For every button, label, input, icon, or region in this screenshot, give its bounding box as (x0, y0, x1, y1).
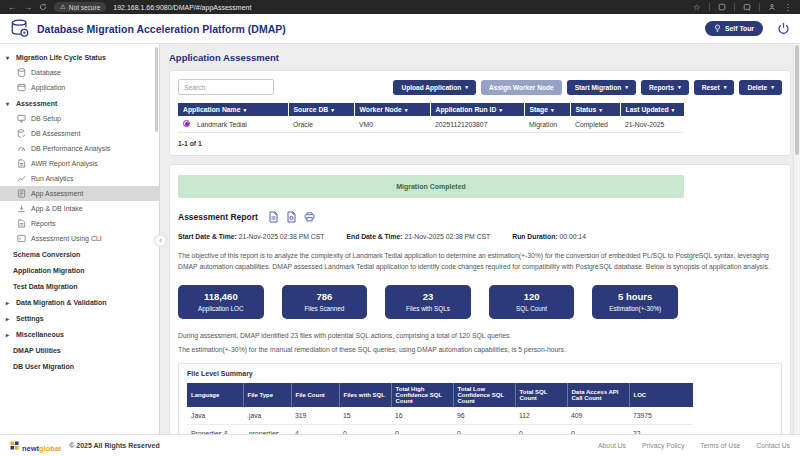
sidebar-section-miscellaneous[interactable]: ▸ Miscellaneous (0, 326, 159, 342)
sidebar-item-label: App & DB Intake (31, 205, 83, 212)
sidebar-item-app-assessment[interactable]: App Assessment (0, 186, 159, 201)
summary-row-java: Java .java 319 15 16 96 112 409 73975 (187, 407, 693, 425)
sidebar-section-application-migration[interactable]: Application Migration (0, 262, 159, 278)
sidebar-section-dmap-utilities[interactable]: DMAP Utilities (0, 342, 159, 358)
sidebar-item-awr-report-analysis[interactable]: AWR Report Analysis (0, 156, 159, 171)
logout-power-button[interactable] (777, 22, 790, 35)
sidebar-section-db-user-migration[interactable]: DB User Migration (0, 358, 159, 374)
column-source-db[interactable]: Source DB▾ (288, 103, 354, 116)
sidebar-item-db-assessment[interactable]: DB Assessment (0, 126, 159, 141)
end-datetime: End Date & Time: 21-Nov-2025 02:38 PM CS… (346, 233, 490, 240)
report-note-2: The estimation(+-30%) for the manual rem… (178, 346, 782, 353)
app-assessment-icon (17, 189, 26, 198)
sidebar-section-label: Miscellaneous (16, 331, 64, 338)
main-content: Application Assessment Upload Applicatio… (160, 44, 800, 434)
browser-menu-icon[interactable]: ⋮ (784, 3, 793, 12)
report-header: Assessment Report (178, 211, 782, 223)
dmap-logo-icon (10, 18, 30, 39)
start-migration-button[interactable]: Start Migration ▾ (567, 80, 636, 95)
sidebar-item-app-db-intake[interactable]: App & DB Intake (0, 201, 159, 216)
download-doc-icon[interactable] (286, 211, 297, 223)
delete-button[interactable]: Delete ▾ (739, 80, 782, 95)
bookmark-star-icon[interactable]: ☆ (693, 3, 701, 12)
chevron-down-icon: ▾ (6, 100, 12, 107)
run-times: Start Date & Time: 21-Nov-2025 02:38 PM … (178, 233, 782, 240)
cell-application-run-id: 20251121203807 (430, 116, 524, 133)
cell: 319 (291, 407, 339, 425)
reload-icon[interactable] (39, 3, 47, 11)
browser-window-icon[interactable] (718, 3, 726, 11)
sidebar-item-assessment-using-cli[interactable]: Assessment Using CLI (0, 231, 159, 246)
upload-application-button[interactable]: Upload Application ▾ (393, 80, 476, 95)
sidebar-item-label: DB Assessment (31, 130, 80, 137)
brand-name-newt: newt (22, 444, 39, 453)
column-application-run-id[interactable]: Application Run ID▾ (430, 103, 524, 116)
stat-value: 5 hours (594, 291, 676, 302)
table-row[interactable]: Landmark Tedial Oracle VM0 2025112120380… (178, 116, 684, 133)
back-icon[interactable]: ← (8, 3, 17, 12)
sidebar-section-label: Test Data Migration (13, 283, 77, 290)
app-title: Database Migration Acceleration Platform… (37, 23, 286, 35)
cell: 15 (339, 407, 391, 425)
browser-save-icon[interactable] (743, 3, 751, 11)
sort-chevron-icon: ▾ (405, 107, 408, 113)
warning-icon: ⚠ (60, 3, 66, 11)
cell: 0 (391, 425, 453, 434)
start-datetime-label: Start Date & Time: (178, 233, 237, 240)
self-tour-button[interactable]: Self Tour (705, 21, 763, 36)
sidebar-item-database[interactable]: Database (0, 65, 159, 80)
sidebar-scrollbar[interactable] (155, 47, 158, 132)
sidebar-section-data-migration-validation[interactable]: ▸ Data Migration & Validation (0, 294, 159, 310)
summary-row-properties: Properties & Config Files .properties 4 … (187, 425, 693, 434)
url-text[interactable]: 192.168.1.66:9080/DMAP/#/appAssessment (113, 4, 251, 11)
search-input[interactable] (178, 79, 274, 95)
sidebar-item-db-setup[interactable]: DB Setup (0, 111, 159, 126)
sidebar-section-migration-life-cycle-status[interactable]: ▾ Migration Life Cycle Status (0, 49, 159, 65)
footer-link-terms-of-use[interactable]: Terms of Use (700, 442, 740, 449)
start-datetime: Start Date & Time: 21-Nov-2025 02:38 PM … (178, 233, 324, 240)
column-application-name[interactable]: Application Name▾ (178, 103, 288, 116)
footer-link-contact-us[interactable]: Contact Us (756, 442, 790, 449)
column-stage[interactable]: Stage▾ (524, 103, 570, 116)
cell: 112 (515, 407, 567, 425)
file-level-summary-table: Language File Type File Count Files with… (187, 383, 693, 434)
column-loc: LOC (629, 383, 693, 407)
column-status[interactable]: Status▾ (570, 103, 620, 116)
sidebar-section-test-data-migration[interactable]: Test Data Migration (0, 278, 159, 294)
forward-icon[interactable]: → (24, 3, 33, 12)
sidebar-item-reports[interactable]: Reports (0, 216, 159, 231)
sidebar-item-application[interactable]: Application (0, 80, 159, 95)
row-radio-selected[interactable] (183, 120, 190, 127)
chevron-down-icon: ▾ (6, 54, 12, 61)
sidebar-item-label: Run Analytics (31, 175, 73, 182)
column-label: Source DB (294, 106, 329, 113)
sidebar-section-assessment[interactable]: ▾ Assessment (0, 95, 159, 111)
sidebar-section-schema-conversion[interactable]: Schema Conversion (0, 246, 159, 262)
not-secure-badge[interactable]: ⚠ Not secure (54, 2, 106, 12)
reports-button[interactable]: Reports ▾ (641, 80, 689, 95)
cell: 22 (629, 425, 693, 434)
page-scrollbar[interactable] (793, 44, 800, 434)
sidebar-item-run-analytics[interactable]: Run Analytics (0, 171, 159, 186)
print-icon[interactable] (304, 211, 315, 223)
sidebar-section-settings[interactable]: ▸ Settings (0, 310, 159, 326)
reset-button[interactable]: Reset ▾ (694, 80, 735, 95)
footer-link-about-us[interactable]: About Us (598, 442, 626, 449)
sidebar-item-db-performance-analysis[interactable]: DB Performance Analysis (0, 141, 159, 156)
app-header: Database Migration Acceleration Platform… (0, 14, 800, 44)
download-pdf-icon[interactable] (268, 211, 279, 223)
report-document-icon (17, 159, 26, 168)
sidebar-collapse-button[interactable]: ‹ (154, 234, 167, 247)
chevron-down-icon: ▾ (465, 84, 468, 90)
scrollbar-thumb[interactable] (795, 45, 799, 155)
column-last-updated[interactable]: Last Updated▾ (620, 103, 684, 116)
newtglobal-logo: newtglobal (10, 437, 61, 455)
browser-profile-icon[interactable] (768, 3, 776, 11)
column-worker-node[interactable]: Worker Node▾ (354, 103, 430, 116)
sort-chevron-icon: ▾ (551, 107, 554, 113)
footer-links: About Us Privacy Policy Terms of Use Con… (598, 442, 790, 449)
footer-link-privacy-policy[interactable]: Privacy Policy (642, 442, 684, 449)
applications-toolbar: Upload Application ▾ Assign Worker Node … (178, 79, 782, 95)
assign-worker-node-button[interactable]: Assign Worker Node (481, 80, 562, 95)
divider (709, 3, 710, 11)
